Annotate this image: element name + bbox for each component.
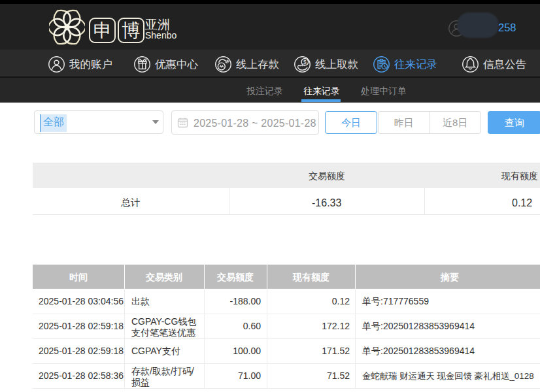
svg-text:$: $	[303, 59, 307, 65]
